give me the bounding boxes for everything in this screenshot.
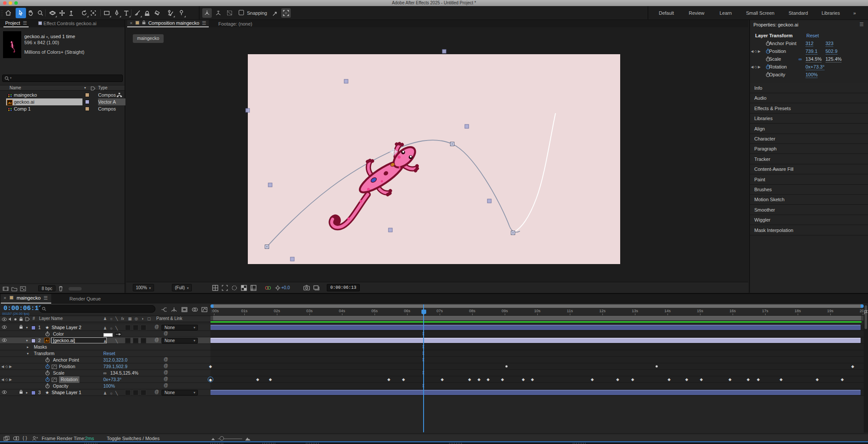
expression-pigtail-icon[interactable]: @: [164, 363, 168, 368]
snapping-checkbox[interactable]: [239, 10, 244, 15]
keyframe-smooth[interactable]: [656, 366, 658, 368]
rectangle-tool[interactable]: [102, 8, 112, 18]
twirl-icon[interactable]: ▾: [26, 337, 28, 344]
project-item-name[interactable]: Aigeckoo.ai: [6, 98, 82, 105]
switch-cell[interactable]: [141, 325, 146, 330]
property-value-y[interactable]: 323: [825, 41, 833, 47]
group-name[interactable]: Transform: [34, 350, 54, 357]
world-axis-icon[interactable]: [214, 8, 223, 18]
expression-pigtail-icon[interactable]: @: [164, 370, 168, 375]
timeline-row-shape-layer-2[interactable]: ▾1★Shape Layer 2♟☼╲@None▾: [0, 324, 210, 331]
orbit-camera-tool[interactable]: [47, 8, 58, 18]
mini-flowchart-icon[interactable]: [160, 306, 168, 313]
tab-project[interactable]: Project ☰: [3, 20, 29, 27]
property-value-x[interactable]: 739.1: [806, 49, 818, 55]
property-value-x[interactable]: 134.5%: [806, 56, 822, 62]
time-navigator[interactable]: [210, 304, 864, 308]
expand-layer-switches-icon[interactable]: [3, 436, 10, 441]
twirl-icon[interactable]: ▸: [26, 389, 28, 396]
keyframe[interactable]: ◆: [841, 378, 844, 382]
shy-layers-icon[interactable]: [181, 306, 188, 313]
keyframe[interactable]: ◆: [477, 378, 480, 382]
keyframe[interactable]: ◆: [816, 378, 819, 382]
shape-arrow-icon[interactable]: [271, 10, 279, 17]
keyframe[interactable]: ◆: [402, 378, 405, 382]
channel-settings-icon[interactable]: [264, 284, 272, 291]
expand-transfer-controls-icon[interactable]: [13, 436, 19, 441]
vertical-scrollbar[interactable]: [864, 304, 868, 433]
timeline-zoom-handle[interactable]: [220, 436, 224, 441]
clone-stamp-tool[interactable]: [142, 8, 152, 18]
keyframe[interactable]: ◆: [631, 378, 634, 382]
layer-label-swatch[interactable]: [31, 391, 36, 395]
tab-composition[interactable]: × Composition maingecko ☰: [127, 20, 209, 27]
layer-name-edit-field[interactable]: [geckoo.ai]: [51, 337, 107, 343]
stopwatch-icon[interactable]: [45, 357, 50, 364]
workspace-learn[interactable]: Learn: [720, 10, 732, 16]
layer-label-swatch[interactable]: [31, 339, 36, 343]
keyframe-smooth[interactable]: [505, 366, 507, 368]
link-dimensions-icon[interactable]: ∞: [103, 370, 107, 376]
preview-time[interactable]: 0:00:06:13: [327, 284, 360, 291]
guides-icon[interactable]: [250, 284, 257, 291]
keyframe[interactable]: ◆: [269, 378, 272, 382]
keyframe[interactable]: ◆: [501, 378, 504, 382]
dolly-camera-tool[interactable]: [66, 8, 76, 18]
property-value-x[interactable]: 100%: [806, 72, 818, 78]
label-color-swatch[interactable]: [85, 100, 89, 104]
selected-property-name[interactable]: Rotation: [59, 376, 79, 383]
region-of-interest-icon[interactable]: [221, 284, 229, 291]
timeline-row-masks[interactable]: ▸Masks: [0, 344, 210, 350]
work-area-bar[interactable]: [210, 316, 864, 320]
marquee-mode-icon[interactable]: [281, 8, 291, 18]
timeline-row-color[interactable]: Color@: [0, 331, 210, 337]
new-composition-icon[interactable]: [20, 286, 26, 291]
layer-name[interactable]: Shape Layer 1: [52, 389, 81, 396]
keyframe[interactable]: ◆: [729, 378, 732, 382]
playhead-line[interactable]: [423, 304, 424, 432]
workspace-standard[interactable]: Standard: [789, 10, 808, 16]
timeline-row-transform[interactable]: ▾TransformReset: [0, 350, 210, 357]
panel-item-brushes[interactable]: Brushes: [750, 185, 868, 195]
grid-guides-icon[interactable]: [211, 284, 219, 291]
keyframe[interactable]: ◆: [851, 365, 854, 369]
eraser-tool[interactable]: [152, 8, 162, 18]
keyframe[interactable]: ◆: [256, 378, 259, 382]
stopwatch-icon[interactable]: [45, 331, 50, 338]
project-search-input[interactable]: ▾: [2, 75, 123, 82]
tab-effect-controls[interactable]: Effect Controls geckoo.ai: [38, 21, 96, 26]
track-row-shape-layer-2[interactable]: [210, 324, 864, 331]
keyframe[interactable]: ◆: [209, 365, 212, 369]
zoom-in-mountain-icon[interactable]: [245, 436, 251, 441]
expression-pigtail-icon[interactable]: @: [164, 331, 168, 336]
project-item-maingecko[interactable]: maingeckoCompos: [0, 91, 125, 98]
keyframe[interactable]: ◆: [757, 378, 760, 382]
expression-pigtail-icon[interactable]: @: [164, 357, 168, 362]
tab-timeline-maingecko[interactable]: × maingecko ☰: [1, 294, 51, 304]
panel-scroll-pill[interactable]: [69, 287, 82, 291]
view-axis-icon[interactable]: [225, 8, 234, 18]
pen-tool[interactable]: [112, 8, 122, 18]
eye-toggle[interactable]: [2, 324, 7, 331]
panel-item-wiggler[interactable]: Wiggler: [750, 215, 868, 225]
panel-menu-icon[interactable]: ☰: [859, 22, 864, 27]
parent-link-dropdown[interactable]: None▾: [161, 390, 198, 395]
expand-inout-icon[interactable]: { }: [23, 435, 27, 441]
keyframe[interactable]: ◆: [388, 378, 391, 382]
keyframe[interactable]: ◆: [667, 378, 671, 382]
project-item-Comp-1[interactable]: Comp 1Compos: [0, 105, 125, 112]
frame-blending-icon[interactable]: [191, 306, 199, 313]
timeline-search-input[interactable]: [39, 305, 155, 313]
current-time-display[interactable]: 0:00:06:13: [3, 305, 43, 312]
panel-item-motion-sketch[interactable]: Motion Sketch: [750, 195, 868, 205]
panel-item-paint[interactable]: Paint: [750, 175, 868, 185]
layer-duration-bar[interactable]: [210, 325, 861, 330]
color-swatch[interactable]: [103, 333, 113, 337]
property-value[interactable]: 0x+73.3°: [103, 376, 122, 383]
property-name[interactable]: Position: [59, 363, 75, 370]
scrollbar-thumb[interactable]: [865, 305, 867, 329]
property-value-x[interactable]: 0x+73.3°: [806, 64, 825, 70]
keyframe[interactable]: ◆: [616, 378, 619, 382]
timeline-row-rotation[interactable]: ◀◇▶Rotation0x+73.3°@: [0, 376, 210, 383]
panel-menu-icon[interactable]: ☰: [23, 20, 27, 26]
